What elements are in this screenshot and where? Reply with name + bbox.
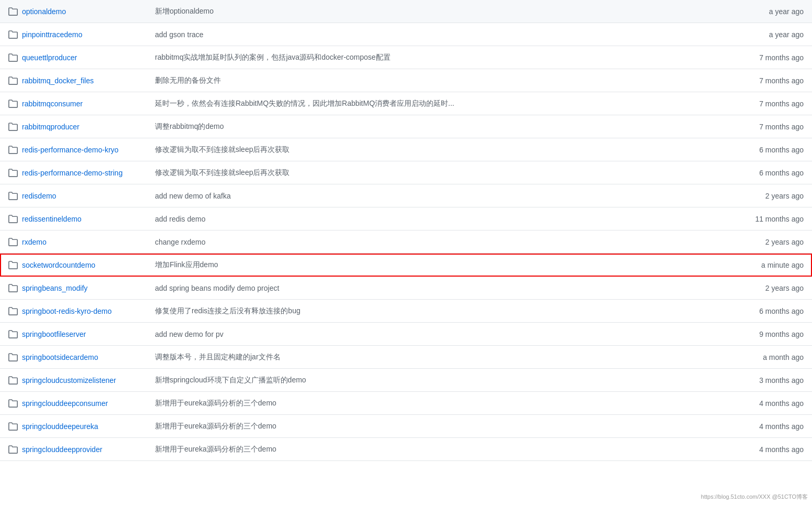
folder-icon [8,76,18,85]
repo-name-link[interactable]: springclouddeepeureka [22,422,98,431]
folder-icon [8,168,18,178]
repo-time: 7 months ago [730,123,804,131]
table-row: pinpointtracedemoadd gson tracea year ag… [0,23,812,46]
repo-time: 4 months ago [730,399,804,408]
table-row: redisdemoadd new demo of kafka2 years ag… [0,184,812,207]
repo-description: add spring beans modify demo project [155,284,730,292]
repo-time: 7 months ago [730,53,804,62]
repo-name-link[interactable]: queuettlproducer [22,53,77,62]
repo-name-link[interactable]: springclouddeepconsumer [22,399,108,408]
repo-name-link[interactable]: redisdemo [22,192,56,200]
table-row: redissentineldemoadd redis demo11 months… [0,207,812,230]
table-row: redis-performance-demo-string修改逻辑为取不到连接就… [0,161,812,184]
folder-icon [8,53,18,62]
repo-description: change rxdemo [155,238,730,246]
repo-name-link[interactable]: redis-performance-demo-string [22,169,123,177]
folder-icon [8,306,18,316]
folder-icon [8,445,18,454]
folder-icon [8,283,18,293]
repo-name-link[interactable]: optionaldemo [22,7,66,16]
repo-description: 新增用于eureka源码分析的三个demo [155,399,730,408]
repo-time: 7 months ago [730,76,804,85]
repo-time: 2 years ago [730,284,804,292]
table-row: springbootfileserveradd new demo for pv9… [0,323,812,346]
repo-description: 修复使用了redis连接之后没有释放连接的bug [155,306,730,316]
folder-icon [8,399,18,408]
repo-name-link[interactable]: rabbitmqconsumer [22,100,83,108]
table-row: rabbitmqconsumer延时一秒，依然会有连接RabbitMQ失败的情况… [0,92,812,115]
table-row: springclouddeepconsumer新增用于eureka源码分析的三个… [0,392,812,415]
repo-time: 11 months ago [730,215,804,223]
table-row: springbootsidecardemo调整版本号，并且固定构建的jar文件名… [0,346,812,369]
table-row: springclouddeepeureka新增用于eureka源码分析的三个de… [0,415,812,438]
repo-description: add redis demo [155,215,730,223]
repo-name-link[interactable]: socketwordcountdemo [22,261,95,269]
folder-icon [8,99,18,108]
table-row: queuettlproducerrabbitmq实战增加延时队列的案例，包括ja… [0,46,812,69]
repo-name-link[interactable]: rabbitmq_docker_files [22,76,94,85]
repo-time: 6 months ago [730,169,804,177]
repo-time: a month ago [730,353,804,361]
repo-description: add new demo of kafka [155,192,730,200]
folder-icon [8,422,18,431]
repo-time: 9 months ago [730,330,804,338]
table-row: springbeans_modifyadd spring beans modif… [0,277,812,300]
table-row: springboot-redis-kyro-demo修复使用了redis连接之后… [0,300,812,323]
repo-name-link[interactable]: springbootsidecardemo [22,353,98,361]
repo-time: 6 months ago [730,307,804,315]
repo-time: 6 months ago [730,146,804,154]
repo-description: 调整版本号，并且固定构建的jar文件名 [155,353,730,362]
folder-icon [8,353,18,362]
repo-time: a minute ago [730,261,804,269]
folder-icon [8,330,18,339]
repo-description: 延时一秒，依然会有连接RabbitMQ失败的情况，因此增加RabbitMQ消费者… [155,99,730,108]
folder-icon [8,260,18,270]
repo-description: 新增springcloud环境下自定义广播监听的demo [155,376,730,385]
folder-icon [8,214,18,224]
repo-description: 修改逻辑为取不到连接就sleep后再次获取 [155,145,730,155]
repo-description: 修改逻辑为取不到连接就sleep后再次获取 [155,168,730,178]
repo-name-link[interactable]: springcloudcustomizelistener [22,376,116,385]
repo-description: 新增用于eureka源码分析的三个demo [155,445,730,454]
repo-time: 3 months ago [730,376,804,385]
repo-time: a year ago [730,30,804,39]
repo-name-link[interactable]: springboot-redis-kyro-demo [22,307,112,315]
repo-name-link[interactable]: springbootfileserver [22,330,86,338]
table-row: redis-performance-demo-kryo修改逻辑为取不到连接就sl… [0,138,812,161]
repo-description: 删除无用的备份文件 [155,76,730,85]
folder-icon [8,145,18,155]
repo-name-link[interactable]: redis-performance-demo-kryo [22,146,118,154]
repo-time: 2 years ago [730,192,804,200]
folder-icon [8,237,18,247]
repo-time: 2 years ago [730,238,804,246]
repo-time: 7 months ago [730,100,804,108]
repo-description: 新增用于eureka源码分析的三个demo [155,422,730,431]
repo-description: add gson trace [155,30,730,39]
table-row: springclouddeepprovider新增用于eureka源码分析的三个… [0,438,812,461]
folder-icon [8,191,18,201]
repo-name-link[interactable]: rabbitmqproducer [22,123,80,131]
repo-time: 4 months ago [730,445,804,454]
table-row: optionaldemo新增optionaldemoa year ago [0,0,812,23]
folder-icon [8,30,18,39]
folder-icon [8,122,18,131]
repo-time: 4 months ago [730,422,804,431]
repo-name-link[interactable]: rxdemo [22,238,47,246]
table-row: socketwordcountdemo增加Flink应用demoa minute… [0,254,812,277]
repo-name-link[interactable]: redissentineldemo [22,215,82,223]
folder-icon [8,7,18,16]
table-row: rabbitmq_docker_files删除无用的备份文件7 months a… [0,69,812,92]
repo-description: 新增optionaldemo [155,7,730,16]
table-row: rabbitmqproducer调整rabbitmq的demo7 months … [0,115,812,138]
table-row: rxdemochange rxdemo2 years ago [0,230,812,254]
repo-description: add new demo for pv [155,330,730,338]
repo-name-link[interactable]: pinpointtracedemo [22,30,82,39]
folder-icon [8,376,18,385]
repo-description: 增加Flink应用demo [155,260,730,270]
repo-description: 调整rabbitmq的demo [155,122,730,131]
repo-time: a year ago [730,7,804,16]
table-row: springcloudcustomizelistener新增springclou… [0,369,812,392]
repo-name-link[interactable]: springbeans_modify [22,284,87,292]
repo-description: rabbitmq实战增加延时队列的案例，包括java源码和docker-comp… [155,53,730,62]
repo-name-link[interactable]: springclouddeepprovider [22,445,102,454]
